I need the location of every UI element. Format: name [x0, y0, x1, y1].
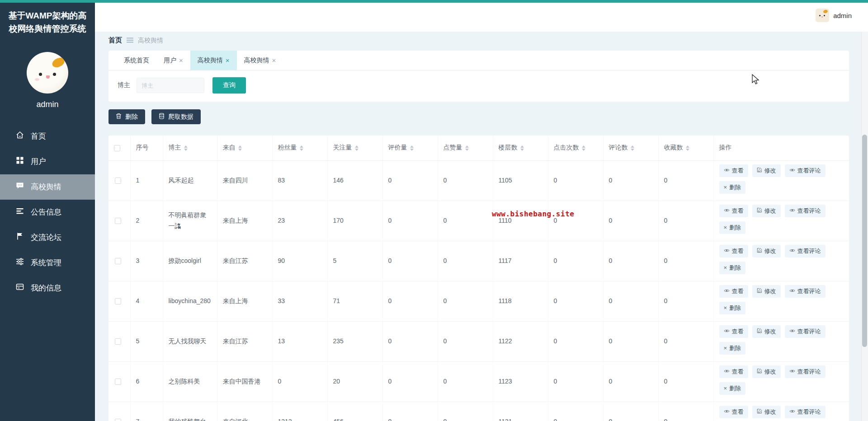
select-all-checkbox[interactable] — [114, 145, 120, 151]
edit-button[interactable]: 修改 — [752, 406, 781, 418]
row-delete-button[interactable]: × 删除 — [719, 221, 746, 234]
breadcrumb-home[interactable]: 首页 — [108, 36, 122, 45]
avatar-patch — [823, 9, 828, 14]
crawl-data-button[interactable]: 爬取数据 — [151, 109, 201, 124]
sort-icon[interactable] — [631, 145, 634, 151]
sort-icon[interactable] — [520, 145, 524, 151]
delete-button[interactable]: 删除 — [108, 109, 145, 124]
row-checkbox[interactable] — [115, 379, 121, 385]
row-checkbox[interactable] — [115, 258, 121, 264]
cell-comments: 0 — [609, 217, 613, 224]
close-icon[interactable]: × — [272, 57, 276, 64]
col-header-comments[interactable]: 评论数 — [603, 136, 658, 160]
vertical-scrollbar[interactable] — [861, 32, 868, 421]
close-icon[interactable]: × — [179, 57, 183, 64]
row-checkbox[interactable] — [115, 218, 121, 224]
edit-button[interactable]: 修改 — [752, 325, 781, 338]
view-comments-button-label: 查看评论 — [797, 167, 821, 175]
edit-button[interactable]: 修改 — [752, 365, 781, 378]
cell-ratings: 0 — [388, 418, 392, 421]
avatar-eye — [39, 73, 42, 76]
sidebar-item-forum[interactable]: 交流论坛 — [0, 225, 95, 250]
cell-no: 4 — [136, 297, 140, 304]
view-button[interactable]: 查看 — [719, 205, 748, 217]
sort-icon[interactable] — [238, 145, 242, 151]
sidebar-item-announcements[interactable]: 公告信息 — [0, 200, 95, 225]
cell-comments: 0 — [609, 257, 613, 264]
sort-icon[interactable] — [410, 145, 414, 151]
blogger-search-input[interactable] — [137, 78, 204, 93]
row-checkbox[interactable] — [115, 338, 121, 345]
col-header-follows[interactable]: 关注量 — [327, 136, 382, 160]
edit-button[interactable]: 修改 — [752, 245, 781, 257]
row-delete-button[interactable]: × 删除 — [719, 262, 746, 274]
view-comments-button[interactable]: 查看评论 — [785, 406, 826, 418]
cell-floors: 1118 — [499, 297, 512, 304]
row-checkbox[interactable] — [115, 419, 121, 421]
table-row: 1 风禾起起 来自四川 83 146 0 0 1105 0 0 0 查看 修改 — [108, 160, 849, 201]
row-delete-button[interactable]: × 删除 — [719, 382, 746, 395]
row-delete-button[interactable]: × 删除 — [719, 302, 746, 314]
sidebar-item-system[interactable]: 系统管理 — [0, 250, 95, 276]
col-header-favorites[interactable]: 收藏数 — [658, 136, 713, 160]
main-area: admin 首页 高校舆情 系统首页 用户 × 高校舆情 × — [95, 0, 868, 421]
edit-button[interactable]: 修改 — [752, 205, 781, 217]
row-delete-button[interactable]: × 删除 — [719, 181, 746, 194]
tab-users[interactable]: 用户 × — [156, 51, 190, 70]
cell-follows: 5 — [333, 257, 337, 264]
view-comments-button-label: 查看评论 — [797, 287, 821, 295]
table-header: 序号 博主 来自 粉丝量 关注量 评价量 点赞量 楼层数 点击次数 评论数 收藏… — [108, 136, 849, 160]
view-comments-button[interactable]: 查看评论 — [785, 285, 826, 298]
sidebar-item-label: 高校舆情 — [31, 182, 61, 192]
edit-button[interactable]: 修改 — [752, 164, 781, 177]
row-checkbox[interactable] — [115, 178, 121, 184]
sidebar-item-users[interactable]: 用户 — [0, 149, 95, 174]
view-button[interactable]: 查看 — [719, 245, 748, 257]
view-button[interactable]: 查看 — [719, 365, 748, 378]
view-button[interactable]: 查看 — [719, 285, 748, 298]
x-icon: × — [724, 345, 727, 351]
row-checkbox[interactable] — [115, 298, 121, 304]
sidebar-item-campus-opinion[interactable]: 高校舆情 — [0, 174, 95, 200]
edit-button[interactable]: 修改 — [752, 285, 781, 298]
view-comments-button[interactable]: 查看评论 — [785, 164, 826, 177]
col-header-from[interactable]: 来自 — [217, 136, 272, 160]
tab-system-home[interactable]: 系统首页 — [117, 51, 156, 70]
sidebar-item-my-info[interactable]: 我的信息 — [0, 276, 95, 301]
scrollbar-thumb[interactable] — [862, 135, 867, 347]
row-delete-button-label: 删除 — [729, 264, 741, 272]
sort-icon[interactable] — [465, 145, 469, 151]
col-header-floors[interactable]: 楼层数 — [493, 136, 548, 160]
col-header-likes[interactable]: 点赞量 — [438, 136, 493, 160]
sort-icon[interactable] — [355, 145, 359, 151]
sort-icon[interactable] — [300, 145, 303, 151]
tab-campus-opinion[interactable]: 高校舆情 × — [237, 51, 283, 70]
x-icon: × — [724, 225, 727, 230]
avatar — [27, 52, 68, 94]
view-comments-button[interactable]: 查看评论 — [785, 205, 826, 217]
sort-icon[interactable] — [582, 145, 585, 151]
view-button[interactable]: 查看 — [719, 325, 748, 338]
col-header-clicks[interactable]: 点击次数 — [548, 136, 603, 160]
col-header-fans[interactable]: 粉丝量 — [272, 136, 327, 160]
view-comments-button[interactable]: 查看评论 — [785, 365, 826, 378]
view-button[interactable]: 查看 — [719, 164, 748, 177]
view-button[interactable]: 查看 — [719, 406, 748, 418]
sidebar-item-home[interactable]: 首页 — [0, 124, 95, 149]
row-delete-button[interactable]: × 删除 — [719, 342, 746, 355]
cell-ratings: 0 — [388, 217, 392, 224]
sort-icon[interactable] — [686, 145, 689, 151]
col-header-blogger[interactable]: 博主 — [163, 136, 217, 160]
view-comments-button[interactable]: 查看评论 — [785, 245, 826, 257]
sort-icon[interactable] — [184, 145, 188, 151]
view-comments-button-label: 查看评论 — [797, 247, 821, 255]
cell-clicks: 0 — [554, 418, 557, 421]
query-button[interactable]: 查询 — [212, 77, 246, 94]
user-menu[interactable]: admin — [816, 9, 852, 22]
close-icon[interactable]: × — [226, 57, 230, 64]
cell-blogger: 之别陈科美 — [169, 378, 200, 385]
col-header-ratings[interactable]: 评价量 — [382, 136, 438, 160]
tab-label: 高校舆情 — [198, 56, 223, 65]
view-comments-button[interactable]: 查看评论 — [785, 325, 826, 338]
tab-campus-opinion-active[interactable]: 高校舆情 × — [190, 51, 237, 70]
